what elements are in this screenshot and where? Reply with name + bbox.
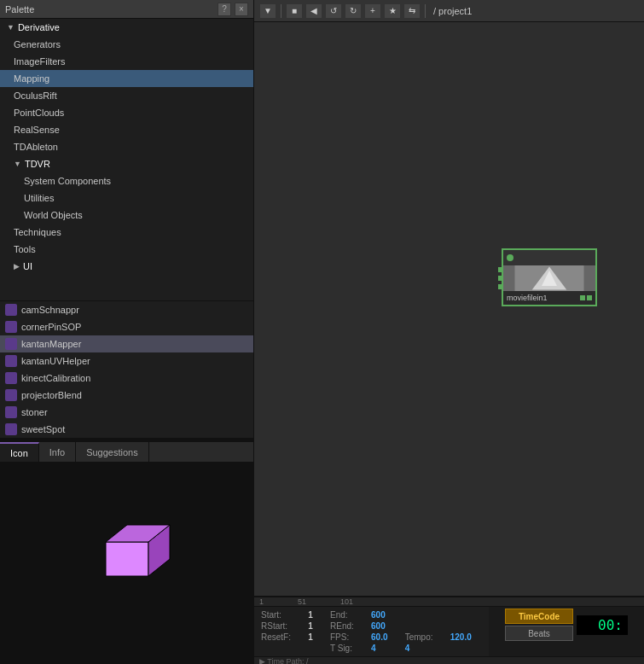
cube-preview [72, 508, 183, 619]
tree-item-techniques[interactable]: Techniques [0, 224, 253, 241]
node-footer: moviefilein1 [503, 291, 595, 305]
timeline-content: Start: 1 End: 600 RStart: 1 REnd: 600 Re… [254, 607, 644, 656]
op-item-projectorblend[interactable]: projectorBlend [0, 387, 253, 404]
tree-item-utilities[interactable]: Utilities [0, 189, 253, 207]
tempo-val: 120.0 [450, 632, 482, 642]
op-item-sweetspot[interactable]: sweetSpot [0, 421, 253, 438]
tree-item-oculusrift[interactable]: OculusRift [0, 87, 253, 104]
tree-item-realsense[interactable]: RealSense [0, 121, 253, 138]
node-preview [503, 265, 595, 291]
tree-item-world-objects[interactable]: World Objects [0, 207, 253, 224]
palette-title: Palette [5, 4, 214, 15]
right-panel: ▼ ■ ◀ ↺ ↻ + ★ ⇆ / project1 [254, 0, 644, 664]
timeline-area: 1 51 101 Start: 1 End: 600 RStart: 1 REn… [254, 596, 644, 664]
node-header [503, 250, 595, 265]
timecode-display: 00: [577, 615, 628, 635]
tree-item-derivative[interactable]: ▼ Derivative [0, 19, 253, 36]
tree-item-system-components[interactable]: System Components [0, 172, 253, 189]
ruler-mark-1: 1 [259, 597, 264, 606]
op-icon [5, 423, 17, 435]
tree-item-mapping[interactable]: Mapping [0, 70, 253, 87]
palette-help-button[interactable]: ? [218, 3, 231, 16]
start-label: Start: [261, 610, 301, 620]
toolbar-add-btn[interactable]: + [364, 3, 381, 19]
resetf-label: ResetF: [261, 632, 301, 642]
op-icon [5, 406, 17, 418]
op-icon [5, 355, 17, 367]
left-panel: Palette ? × ▼ Derivative Generators Imag… [0, 0, 254, 664]
time-path-label: ▶ Time Path: / [259, 657, 309, 664]
ruler-mark-101: 101 [340, 597, 353, 606]
op-item-kantanmapper[interactable]: kantanMapper [0, 335, 253, 352]
network-view[interactable]: moviefilein1 [254, 22, 644, 596]
palette-header: Palette ? × [0, 0, 253, 19]
tree-item-ui[interactable]: ▶ UI [0, 258, 253, 275]
op-item-stoner[interactable]: stoner [0, 404, 253, 421]
tsig-label: T Sig: [330, 644, 364, 653]
op-item-camschnappr[interactable]: camSchnappr [0, 301, 253, 318]
op-icon [5, 389, 17, 401]
top-toolbar: ▼ ■ ◀ ↺ ↻ + ★ ⇆ / project1 [254, 0, 644, 22]
node-out-conn[interactable] [580, 295, 585, 300]
node-moviefilein1[interactable]: moviefilein1 [502, 248, 597, 306]
tree-item-tools[interactable]: Tools [0, 241, 253, 258]
tree-item-generators[interactable]: Generators [0, 36, 253, 53]
rend-label: REnd: [330, 621, 364, 631]
op-icon [5, 321, 17, 333]
palette-close-button[interactable]: × [235, 3, 248, 16]
node-name-label: moviefilein1 [507, 294, 548, 302]
op-icon [5, 304, 17, 316]
tree-arrow: ▼ [7, 23, 15, 32]
operator-list: camSchnappr cornerPinSOP kantanMapper ka… [0, 300, 253, 438]
time-path-bar: ▶ Time Path: / [254, 656, 644, 664]
palette-tree: ▼ Derivative Generators ImageFilters Map… [0, 19, 253, 300]
preview-area [0, 462, 253, 664]
fps-label: FPS: [330, 632, 364, 642]
toolbar-star-btn[interactable]: ★ [384, 3, 401, 19]
toolbar-prev-btn[interactable]: ◀ [305, 3, 322, 19]
timeline-ruler: 1 51 101 [254, 597, 644, 607]
node-out-conn-2[interactable] [587, 295, 592, 300]
rstart-val: 1 [308, 621, 323, 631]
tab-info[interactable]: Info [39, 442, 76, 463]
op-item-kinectcalibration[interactable]: kinectCalibration [0, 370, 253, 387]
toolbar-dropdown-btn[interactable]: ▼ [259, 3, 276, 19]
start-val: 1 [308, 610, 323, 620]
tree-item-pointclouds[interactable]: PointClouds [0, 104, 253, 121]
rstart-label: RStart: [261, 621, 301, 631]
toolbar-redo-btn[interactable]: ↻ [345, 3, 362, 19]
toolbar-swap-btn[interactable]: ⇆ [403, 3, 421, 19]
path-display: / project1 [433, 6, 472, 16]
toolbar-separator-2 [425, 4, 426, 18]
bottom-tabs: Icon Info Suggestions [0, 441, 253, 462]
op-item-kantanuvhelper[interactable]: kantanUVHelper [0, 352, 253, 370]
tree-item-tdableton[interactable]: TDAbleton [0, 138, 253, 155]
end-label: End: [330, 610, 364, 620]
op-icon [5, 338, 17, 350]
beats-button[interactable]: Beats [505, 626, 573, 641]
tempo-label: Tempo: [405, 632, 444, 642]
timecode-panel: TimeCode Beats 00: [489, 607, 644, 656]
timeline-params: Start: 1 End: 600 RStart: 1 REnd: 600 Re… [254, 607, 489, 656]
tsig-val1: 4 [371, 644, 398, 653]
tree-item-tdvr[interactable]: ▼ TDVR [0, 155, 253, 172]
svg-marker-0 [106, 542, 148, 576]
timecode-button[interactable]: TimeCode [505, 609, 573, 624]
node-status-dot [507, 254, 513, 261]
tree-item-imagefilters[interactable]: ImageFilters [0, 53, 253, 70]
tab-suggestions[interactable]: Suggestions [76, 442, 149, 463]
fps-val: 60.0 [371, 632, 398, 642]
ruler-mark-51: 51 [298, 597, 306, 606]
rend-val: 600 [371, 621, 398, 631]
op-icon [5, 372, 17, 384]
node-preview-image [503, 265, 595, 291]
op-item-cornerpinsop[interactable]: cornerPinSOP [0, 318, 253, 335]
toolbar-separator [281, 4, 281, 18]
tab-icon[interactable]: Icon [0, 442, 39, 463]
toolbar-undo-btn[interactable]: ↺ [325, 3, 342, 19]
toolbar-stop-btn[interactable]: ■ [286, 3, 303, 19]
resetf-val: 1 [308, 632, 323, 642]
tsig-val2: 4 [405, 644, 444, 653]
end-val: 600 [371, 610, 398, 620]
tree-arrow-tdvr: ▼ [14, 160, 21, 168]
